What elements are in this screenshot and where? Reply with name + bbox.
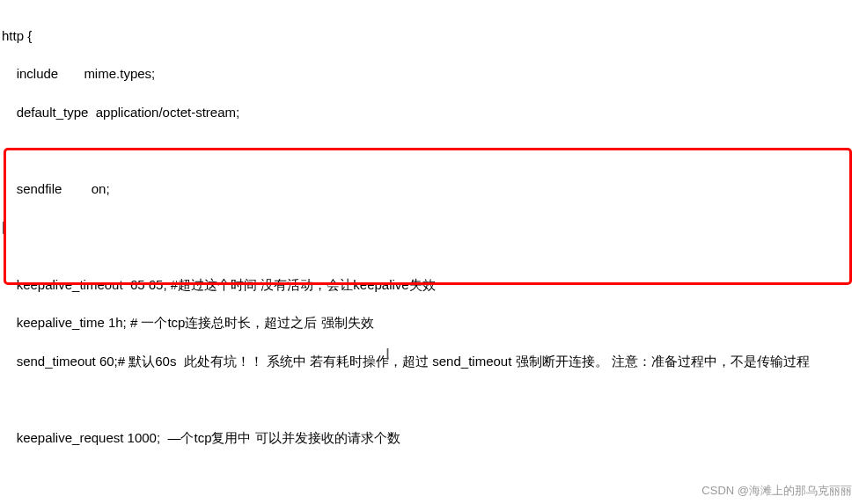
csdn-watermark: CSDN @海滩上的那乌克丽丽 [701,483,852,499]
text-cursor-icon: I [385,346,386,360]
code-line: include mime.types; [2,64,857,84]
code-line: default_type application/octet-stream; [2,103,857,122]
code-line: keepalive_time 1h; # 一个tcp连接总时长，超过之后 强制失… [2,313,857,332]
code-line: keepalive_request 1000; —个tcp复用中 可以并发接收的… [2,428,857,448]
code-line: send_timeout 60;# 默认60s 此处有坑！！ 系统中 若有耗时操… [2,352,857,371]
code-line: http { [2,26,857,46]
nginx-config-code: http { include mime.types; default_type … [0,0,859,504]
code-line: sendfile on; [2,179,857,199]
code-line: keepalive_timeout 65 65; #超过这个时间 没有活动，会让… [2,275,857,295]
code-line: | [2,217,857,237]
